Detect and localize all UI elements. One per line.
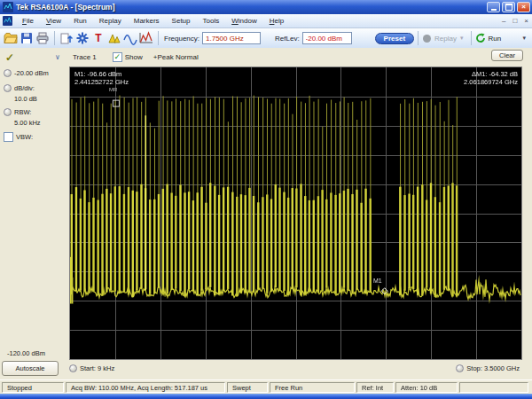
db-div-knob-icon[interactable] <box>4 84 12 92</box>
menu-window[interactable]: Window <box>225 14 262 28</box>
ref-level-value[interactable]: -20.00 dBm <box>14 69 49 77</box>
spectrum-canvas[interactable] <box>70 67 521 359</box>
run-button[interactable]: Run <box>475 33 502 43</box>
menu-bar: File View Run Replay Markers Setup Tools… <box>0 14 532 28</box>
toolbar-overflow-arrow[interactable]: ▾ <box>519 35 529 42</box>
axis-row: Start: 9 kHz Stop: 3.5000 GHz <box>69 361 523 376</box>
title-bar: Tek RSA6100A - [Spectrum] × <box>0 0 532 14</box>
display-check-icon: ✓ <box>5 51 14 64</box>
menu-markers[interactable]: Markers <box>128 14 166 28</box>
restore-button[interactable] <box>502 2 515 12</box>
minimize-button[interactable] <box>487 2 500 12</box>
peak-marker-icon[interactable] <box>107 31 121 45</box>
frequency-label: Frequency: <box>164 35 200 43</box>
autoscale-button[interactable]: Autoscale <box>2 361 59 376</box>
toolbar-separator <box>158 31 159 45</box>
close-button[interactable]: × <box>517 2 530 12</box>
run-icon <box>475 33 486 43</box>
minimize-icon <box>491 9 497 11</box>
menu-setup[interactable]: Setup <box>166 14 197 28</box>
status-attenuation: Atten: 10 dB <box>395 382 458 393</box>
detector-label: +Peak Normal <box>153 53 199 61</box>
status-sweep: Swept <box>227 382 268 393</box>
start-label: Start: <box>80 364 96 372</box>
trace-display-icon[interactable] <box>139 31 153 45</box>
replay-icon <box>422 34 432 43</box>
trace-panel-chevron-icon[interactable]: ∨ <box>55 53 60 61</box>
ref-level-knob-icon[interactable] <box>4 69 12 77</box>
app-icon <box>3 2 13 12</box>
rbw-label: RBW: <box>14 108 31 116</box>
stop-label: Stop: <box>466 364 482 372</box>
status-acquisition: Acq BW: 110.00 MHz, Acq Length: 517.187 … <box>66 382 225 393</box>
main-toolbar: T Frequency: RefLev: Preset Replay ▾ Run… <box>0 28 532 48</box>
start-freq-knob-icon[interactable] <box>69 364 77 372</box>
document-icon[interactable] <box>3 16 12 26</box>
status-bar: Stopped Acq BW: 110.00 MHz, Acq Length: … <box>0 379 532 394</box>
show-checkbox[interactable]: ✓ <box>113 52 122 62</box>
settings-gear-icon[interactable] <box>75 31 90 45</box>
replay-button[interactable]: Replay <box>422 34 457 43</box>
rbw-knob-icon[interactable] <box>4 108 12 116</box>
menu-help[interactable]: Help <box>263 14 290 28</box>
vbw-label: VBW: <box>16 133 33 141</box>
marker-ref-label: MR <box>109 87 117 92</box>
app-window: Tek RSA6100A - [Spectrum] × File View Ru… <box>0 0 532 399</box>
reflev-label: RefLev: <box>275 35 300 43</box>
db-div-label: dB/div: <box>14 84 35 92</box>
waveform-icon[interactable] <box>123 31 137 45</box>
frequency-input[interactable] <box>202 32 261 44</box>
delta-marker-readout: ΔM1: -64.32 dB 2.061869724 GHz <box>464 70 518 86</box>
open-folder-icon[interactable] <box>4 31 18 45</box>
rbw-value[interactable]: 5.00 kHz <box>14 119 41 127</box>
status-reference: Ref: Int <box>356 382 394 393</box>
replay-dropdown-arrow[interactable]: ▾ <box>457 35 467 42</box>
stop-value[interactable]: 3.5000 GHz <box>484 364 520 372</box>
toolbar-separator <box>471 31 472 45</box>
menu-replay[interactable]: Replay <box>93 14 128 28</box>
show-label: Show <box>125 53 143 61</box>
menu-view[interactable]: View <box>40 14 67 28</box>
print-icon[interactable] <box>35 31 50 45</box>
preset-button[interactable]: Preset <box>375 33 414 44</box>
restore-icon <box>505 4 512 11</box>
menu-tools[interactable]: Tools <box>197 14 226 28</box>
window-title: Tek RSA6100A - [Spectrum] <box>16 3 485 12</box>
stop-freq-knob-icon[interactable] <box>456 364 464 372</box>
start-value[interactable]: 9 kHz <box>98 364 114 372</box>
status-spacer <box>459 382 528 393</box>
trace-settings-bar: ✓ ∨ Trace 1 ✓ Show +Peak Normal Clear <box>0 48 532 66</box>
recall-data-icon[interactable] <box>59 31 74 45</box>
bottom-level-label: -120.00 dBm <box>7 349 45 357</box>
status-trigger: Free Run <box>270 382 355 393</box>
db-div-value[interactable]: 10.0 dB <box>14 95 37 103</box>
spectrum-display: M1: -96.66 dBm 2.441252722 GHz ΔM1: -64.… <box>69 66 522 360</box>
save-icon[interactable] <box>20 31 34 45</box>
status-state: Stopped <box>2 382 64 393</box>
toolbar-separator <box>54 31 55 45</box>
toolbar-separator <box>418 31 419 45</box>
menu-file[interactable]: File <box>16 14 40 28</box>
vbw-checkbox[interactable]: ✓ <box>4 132 13 142</box>
clear-button[interactable]: Clear <box>491 50 523 61</box>
reflev-input[interactable] <box>302 32 352 44</box>
marker-m1-label[interactable]: M1 <box>373 278 382 284</box>
mdi-minimize-button[interactable]: – <box>498 17 509 25</box>
text-label-icon[interactable]: T <box>91 31 106 45</box>
menu-run[interactable]: Run <box>67 14 93 28</box>
trace-selector[interactable]: Trace 1 <box>73 53 97 61</box>
mdi-restore-button[interactable]: □ <box>509 17 520 25</box>
marker-readout: M1: -96.66 dBm 2.441252722 GHz <box>74 70 129 86</box>
settings-sidebar: -20.00 dBm dB/div: 10.0 dB RBW: 5.00 kHz… <box>0 66 69 360</box>
mdi-close-button[interactable]: × <box>520 17 532 25</box>
taskbar-edge <box>0 394 532 399</box>
